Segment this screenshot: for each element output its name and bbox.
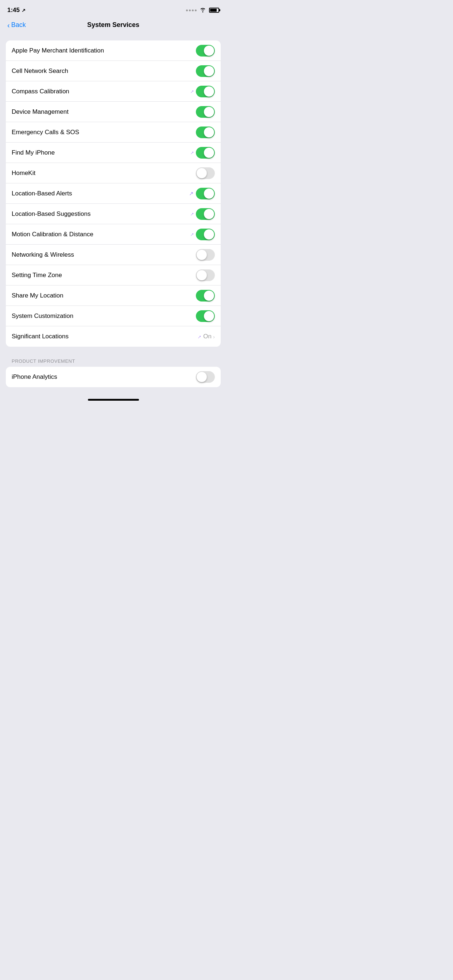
settings-row-sys-custom: System Customization: [6, 306, 221, 326]
row-label-timezone: Setting Time Zone: [12, 272, 62, 279]
row-left-sys-custom: System Customization: [12, 312, 73, 320]
toggle-thumb-share-loc: [204, 291, 214, 301]
settings-row-networking: Networking & Wireless: [6, 245, 221, 265]
settings-row-share-loc: Share My Location: [6, 285, 221, 306]
row-label-find-iphone: Find My iPhone: [12, 149, 55, 156]
row-label-apple-pay: Apple Pay Merchant Identification: [12, 47, 104, 54]
toggle-thumb-iphone-analytics: [196, 372, 207, 382]
analytics-card: iPhone Analytics: [6, 367, 221, 387]
toggle-cell-network[interactable]: [196, 65, 215, 77]
settings-row-apple-pay: Apple Pay Merchant Identification: [6, 40, 221, 61]
settings-row-motion: Motion Calibration & Distance↑: [6, 224, 221, 245]
settings-row-homekit: HomeKit: [6, 163, 221, 183]
settings-row-loc-suggestions: Location-Based Suggestions↑: [6, 204, 221, 224]
toggle-device-mgmt[interactable]: [196, 106, 215, 118]
row-left-loc-alerts: Location-Based Alerts: [12, 190, 72, 197]
toggle-thumb-motion: [204, 229, 214, 240]
toggle-sys-custom[interactable]: [196, 310, 215, 322]
row-left-iphone-analytics: iPhone Analytics: [12, 373, 57, 380]
settings-row-iphone-analytics: iPhone Analytics: [6, 367, 221, 387]
row-label-networking: Networking & Wireless: [12, 251, 74, 258]
row-left-cell-network: Cell Network Search: [12, 67, 68, 75]
settings-row-find-iphone: Find My iPhone↑: [6, 143, 221, 163]
wifi-icon: [199, 7, 206, 13]
toggle-thumb-compass: [204, 86, 214, 97]
toggle-apple-pay[interactable]: [196, 45, 215, 57]
row-label-device-mgmt: Device Management: [12, 108, 69, 116]
row-right-compass: ↑: [191, 86, 215, 97]
row-left-timezone: Setting Time Zone: [12, 272, 62, 279]
toggle-iphone-analytics[interactable]: [196, 371, 215, 383]
on-text: On: [203, 333, 212, 340]
row-right-sys-custom: [196, 310, 215, 322]
row-label-cell-network: Cell Network Search: [12, 67, 68, 75]
toggle-motion[interactable]: [196, 229, 215, 240]
toggle-thumb-cell-network: [204, 66, 214, 76]
location-solid-icon: ↑: [189, 88, 196, 94]
settings-row-compass: Compass Calibration↑: [6, 81, 221, 102]
row-right-iphone-analytics: [196, 371, 215, 383]
toggle-thumb-homekit: [196, 168, 207, 178]
row-right-find-iphone: ↑: [191, 147, 215, 159]
toggle-thumb-loc-alerts: [204, 188, 214, 199]
settings-row-emergency: Emergency Calls & SOS: [6, 122, 221, 143]
home-bar: [88, 399, 139, 401]
row-label-loc-suggestions: Location-Based Suggestions: [12, 210, 91, 218]
toggle-compass[interactable]: [196, 86, 215, 97]
settings-row-loc-alerts: Location-Based Alerts↗: [6, 183, 221, 204]
location-arrow-icon: ↗: [22, 8, 26, 13]
row-left-find-iphone: Find My iPhone: [12, 149, 55, 156]
status-icons: [186, 7, 219, 13]
location-solid-icon: ↑: [189, 211, 196, 217]
location-solid-icon: ↑: [189, 231, 196, 237]
signal-icon: [186, 10, 196, 11]
location-outline-icon: ↗: [189, 190, 194, 197]
settings-row-device-mgmt: Device Management: [6, 102, 221, 122]
location-solid-icon: ↑: [189, 150, 196, 156]
status-time: 1:45 ↗: [7, 6, 26, 14]
toggle-loc-alerts[interactable]: [196, 188, 215, 199]
row-right-sig-loc: ↑On›: [198, 333, 215, 340]
nav-bar: ‹ Back System Services: [0, 18, 226, 33]
row-right-share-loc: [196, 290, 215, 302]
time-display: 1:45: [7, 6, 20, 14]
row-left-apple-pay: Apple Pay Merchant Identification: [12, 47, 104, 54]
back-label: Back: [11, 21, 26, 29]
toggle-emergency[interactable]: [196, 127, 215, 138]
row-right-networking: [196, 249, 215, 261]
row-left-motion: Motion Calibration & Distance: [12, 231, 93, 238]
settings-row-timezone: Setting Time Zone: [6, 265, 221, 285]
row-label-sig-loc: Significant Locations: [12, 333, 69, 340]
row-label-homekit: HomeKit: [12, 170, 35, 177]
toggle-share-loc[interactable]: [196, 290, 215, 302]
row-label-emergency: Emergency Calls & SOS: [12, 129, 79, 136]
row-left-share-loc: Share My Location: [12, 292, 64, 299]
toggle-loc-suggestions[interactable]: [196, 208, 215, 220]
status-bar: 1:45 ↗: [0, 0, 226, 18]
row-right-device-mgmt: [196, 106, 215, 118]
row-label-sys-custom: System Customization: [12, 312, 73, 320]
back-chevron-icon: ‹: [7, 22, 10, 29]
toggle-thumb-device-mgmt: [204, 107, 214, 117]
toggle-find-iphone[interactable]: [196, 147, 215, 159]
row-label-iphone-analytics: iPhone Analytics: [12, 373, 57, 380]
toggle-networking[interactable]: [196, 249, 215, 261]
chevron-right-icon: ›: [213, 334, 215, 340]
toggle-timezone[interactable]: [196, 269, 215, 281]
toggle-thumb-find-iphone: [204, 148, 214, 158]
toggle-thumb-networking: [196, 250, 207, 260]
row-right-loc-suggestions: ↑: [191, 208, 215, 220]
row-left-device-mgmt: Device Management: [12, 108, 69, 116]
toggle-homekit[interactable]: [196, 167, 215, 179]
settings-row-sig-loc[interactable]: Significant Locations↑On›: [6, 326, 221, 347]
location-solid-icon: ↑: [196, 333, 203, 339]
row-label-motion: Motion Calibration & Distance: [12, 231, 93, 238]
row-left-compass: Compass Calibration: [12, 88, 69, 95]
on-link-sig-loc[interactable]: On›: [203, 333, 215, 340]
row-right-emergency: [196, 127, 215, 138]
settings-card: Apple Pay Merchant IdentificationCell Ne…: [6, 40, 221, 347]
section-header: PRODUCT IMPROVEMENT: [6, 358, 221, 367]
row-left-homekit: HomeKit: [12, 170, 35, 177]
row-left-sig-loc: Significant Locations: [12, 333, 69, 340]
back-button[interactable]: ‹ Back: [7, 21, 26, 29]
